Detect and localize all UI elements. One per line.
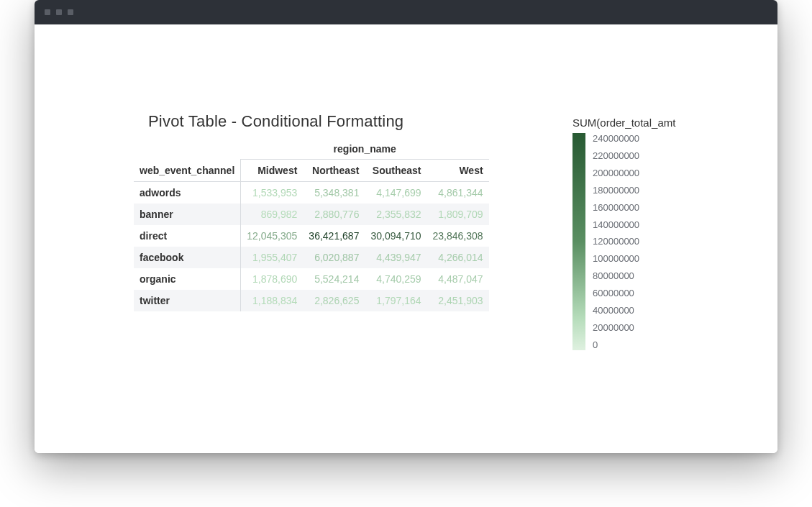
row-label: organic <box>134 268 241 290</box>
pivot-table: region_name web_event_channel Midwest No… <box>134 138 489 311</box>
cell-value: 1,955,407 <box>241 247 304 268</box>
cell-value: 1,533,953 <box>241 182 304 204</box>
legend-tick: 220000000 <box>593 150 639 161</box>
table-row: facebook1,955,4076,020,8874,439,9474,266… <box>134 247 489 268</box>
table-row: direct12,045,30536,421,68730,094,71023,8… <box>134 225 489 247</box>
cell-value: 4,487,047 <box>427 268 489 290</box>
legend-tick: 140000000 <box>593 219 639 230</box>
cell-value: 23,846,308 <box>427 225 489 247</box>
cell-value: 869,982 <box>241 204 304 225</box>
row-label: facebook <box>134 247 241 268</box>
cell-value: 4,266,014 <box>427 247 489 268</box>
row-label: banner <box>134 204 241 225</box>
table-row: twitter1,188,8342,826,6251,797,1642,451,… <box>134 290 489 311</box>
cell-value: 2,880,776 <box>303 204 365 225</box>
row-label: adwords <box>134 182 241 204</box>
cell-value: 30,094,710 <box>365 225 426 247</box>
legend-tick: 80000000 <box>593 270 639 281</box>
window-dot-icon <box>68 9 73 15</box>
legend-gradient <box>572 133 585 350</box>
table-row: banner869,9822,880,7762,355,8321,809,709 <box>134 204 489 225</box>
legend-ticks: 2400000002200000002000000001800000001600… <box>593 133 639 350</box>
table-row: organic1,878,6905,524,2144,740,2594,487,… <box>134 268 489 290</box>
cell-value: 4,439,947 <box>365 247 426 268</box>
legend-tick: 120000000 <box>593 236 639 247</box>
cell-value: 5,524,214 <box>303 268 365 290</box>
cell-value: 4,147,699 <box>365 182 426 204</box>
titlebar <box>35 0 777 24</box>
cell-value: 12,045,305 <box>241 225 304 247</box>
cell-value: 2,451,903 <box>427 290 489 311</box>
legend-tick: 40000000 <box>593 305 639 316</box>
column-header: Southeast <box>365 160 426 182</box>
cell-value: 2,355,832 <box>365 204 426 225</box>
app-window: Pivot Table - Conditional Formatting reg… <box>35 0 777 453</box>
row-label: twitter <box>134 290 241 311</box>
legend-tick: 240000000 <box>593 133 639 144</box>
column-header: Midwest <box>241 160 304 182</box>
cell-value: 4,861,344 <box>427 182 489 204</box>
content-area: Pivot Table - Conditional Formatting reg… <box>35 24 777 453</box>
legend-tick: 20000000 <box>593 322 639 333</box>
cell-value: 5,348,381 <box>303 182 365 204</box>
window-dot-icon <box>45 9 50 15</box>
cell-value: 1,878,690 <box>241 268 304 290</box>
chart-title: Pivot Table - Conditional Formatting <box>148 112 403 131</box>
cell-value: 1,188,834 <box>241 290 304 311</box>
row-dim-header: web_event_channel <box>134 160 241 182</box>
legend-tick: 60000000 <box>593 288 639 298</box>
cell-value: 2,826,625 <box>303 290 365 311</box>
cell-value: 1,797,164 <box>365 290 426 311</box>
legend-tick: 0 <box>593 339 639 350</box>
cell-value: 6,020,887 <box>303 247 365 268</box>
legend-tick: 200000000 <box>593 168 639 178</box>
legend-tick: 100000000 <box>593 253 639 264</box>
window-dot-icon <box>56 9 62 15</box>
column-header: Northeast <box>303 160 365 182</box>
cell-value: 36,421,687 <box>303 225 365 247</box>
legend-tick: 160000000 <box>593 202 639 213</box>
cell-value: 1,809,709 <box>427 204 489 225</box>
row-label: direct <box>134 225 241 247</box>
color-legend: SUM(order_total_amt 24000000022000000020… <box>572 117 716 350</box>
column-group-header: region_name <box>241 138 489 160</box>
cell-value: 4,740,259 <box>365 268 426 290</box>
table-row: adwords1,533,9535,348,3814,147,6994,861,… <box>134 182 489 204</box>
column-header: West <box>427 160 489 182</box>
legend-title: SUM(order_total_amt <box>572 117 693 129</box>
legend-tick: 180000000 <box>593 185 639 196</box>
